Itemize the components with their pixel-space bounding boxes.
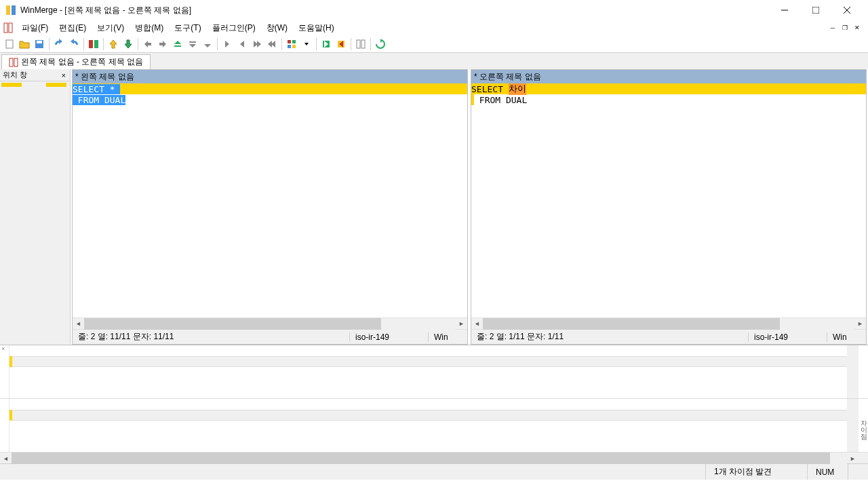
left-pane-title: * 왼쪽 제목 없음 xyxy=(75,71,134,83)
menu-window[interactable]: 창(W) xyxy=(261,21,293,35)
scroll-left-arrow-icon[interactable]: ◄ xyxy=(471,318,483,330)
svg-rect-21 xyxy=(357,40,360,48)
location-pane-close-button[interactable]: × xyxy=(60,71,67,79)
view-a-icon[interactable] xyxy=(354,37,368,51)
location-pane-header: 위치 창 × xyxy=(0,69,70,81)
svg-rect-11 xyxy=(89,40,93,48)
right-pane-editor[interactable]: SELECT 차이 FROM DUAL xyxy=(471,83,866,318)
new-file-icon[interactable] xyxy=(3,37,16,51)
menu-edit[interactable]: 편집(E) xyxy=(54,21,92,35)
bottom-diff-pane: × 차이점 ◄ ► xyxy=(0,345,868,463)
next-diff-icon[interactable] xyxy=(121,37,135,51)
mdi-minimize-button[interactable]: ─ xyxy=(827,23,838,33)
svg-rect-15 xyxy=(288,40,291,43)
main-area: 위치 창 × * 왼쪽 제목 없음 SELECT * FROM DUAL ◄ ►… xyxy=(0,69,868,345)
toolbar-separator xyxy=(370,38,371,50)
save-icon[interactable] xyxy=(33,37,46,51)
status-empty xyxy=(0,464,705,480)
bottom-pane-close-button[interactable]: × xyxy=(1,345,5,352)
left-encoding: iso-ir-149 xyxy=(349,332,417,342)
right-cursor-status: 줄: 2 열: 1/11 문자: 1/11 xyxy=(477,331,737,343)
left-horizontal-scrollbar[interactable]: ◄ ► xyxy=(73,318,467,329)
menubar: 파일(F) 편집(E) 보기(V) 병합(M) 도구(T) 플러그인(P) 창(… xyxy=(0,20,868,35)
undo-icon[interactable] xyxy=(52,37,66,51)
location-pane-body[interactable] xyxy=(0,81,70,345)
svg-rect-16 xyxy=(292,40,296,43)
scroll-left-arrow-icon[interactable]: ◄ xyxy=(0,453,12,464)
right-encoding: iso-ir-149 xyxy=(748,332,816,342)
right-horizontal-scrollbar[interactable]: ◄ ► xyxy=(471,318,866,329)
menu-view[interactable]: 보기(V) xyxy=(92,21,130,35)
status-pad xyxy=(848,464,868,480)
svg-rect-3 xyxy=(812,7,819,14)
titlebar: WinMerge - [왼쪽 제목 없음 - 오른쪽 제목 없음] xyxy=(0,0,868,20)
bottom-editor-bottom[interactable] xyxy=(9,399,847,452)
minimize-button[interactable] xyxy=(769,0,800,20)
up-diff-icon[interactable] xyxy=(171,37,184,51)
open-folder-icon[interactable] xyxy=(18,37,31,51)
document-tab[interactable]: 왼쪽 제목 없음 - 오른쪽 제목 없음 xyxy=(1,54,151,69)
last-diff-icon[interactable] xyxy=(156,37,170,51)
svg-rect-6 xyxy=(4,23,7,33)
svg-rect-13 xyxy=(174,45,181,47)
maximize-button[interactable] xyxy=(800,0,831,20)
prev-diff-icon[interactable] xyxy=(106,37,120,51)
filter-a-icon[interactable] xyxy=(319,37,333,51)
dropdown-icon[interactable] xyxy=(300,37,313,51)
bottom-vertical-scrollbar-bottom[interactable] xyxy=(847,399,859,452)
tab-label: 왼쪽 제목 없음 - 오른쪽 제목 없음 xyxy=(21,56,143,68)
color-options-icon[interactable] xyxy=(285,37,298,51)
bottom-gutter xyxy=(0,399,9,452)
scroll-right-arrow-icon[interactable]: ► xyxy=(847,453,859,464)
toolbar xyxy=(0,35,868,53)
toolbar-separator xyxy=(217,38,218,50)
compare-icon[interactable] xyxy=(87,37,100,51)
svg-rect-18 xyxy=(292,45,296,48)
copy-right-all-icon[interactable] xyxy=(250,37,264,51)
first-diff-icon[interactable] xyxy=(141,37,155,51)
svg-rect-8 xyxy=(6,40,13,48)
close-button[interactable] xyxy=(831,0,863,20)
scroll-right-arrow-icon[interactable]: ► xyxy=(854,318,866,330)
status-diff-count: 1개 차이점 발견 xyxy=(705,464,807,480)
right-pane-statusbar: 줄: 2 열: 1/11 문자: 1/11 iso-ir-149 Win xyxy=(471,329,866,344)
copy-right-icon[interactable] xyxy=(220,37,234,51)
left-pane-editor[interactable]: SELECT * FROM DUAL xyxy=(73,83,467,318)
tab-doc-icon xyxy=(9,58,18,67)
left-pane-statusbar: 줄: 2 열: 11/11 문자: 11/11 iso-ir-149 Win xyxy=(73,329,467,344)
tabbar: 왼쪽 제목 없음 - 오른쪽 제목 없음 xyxy=(0,53,868,69)
mdi-close-button[interactable]: ✕ xyxy=(852,23,863,33)
left-pane-header: * 왼쪽 제목 없음 xyxy=(73,70,467,83)
right-pane-title: * 오른쪽 제목 없음 xyxy=(474,71,541,83)
code-text: SELECT * xyxy=(73,84,120,94)
menu-plugins[interactable]: 플러그인(P) xyxy=(207,21,261,35)
code-text: FROM DUAL xyxy=(474,95,527,105)
status-num-lock: NUM xyxy=(807,464,848,480)
svg-rect-7 xyxy=(9,23,12,33)
menu-merge[interactable]: 병합(M) xyxy=(130,21,169,35)
menu-help[interactable]: 도움말(H) xyxy=(293,21,340,35)
toolbar-separator xyxy=(83,38,84,50)
diff-a-icon[interactable] xyxy=(201,37,214,51)
left-cursor-status: 줄: 2 열: 11/11 문자: 11/11 xyxy=(78,331,338,343)
filter-b-icon[interactable] xyxy=(334,37,348,51)
bottom-editor-top[interactable] xyxy=(9,345,847,398)
redo-icon[interactable] xyxy=(67,37,81,51)
copy-left-icon[interactable] xyxy=(235,37,249,51)
right-eol: Win xyxy=(827,332,861,342)
scroll-left-arrow-icon[interactable]: ◄ xyxy=(73,318,84,330)
bottom-vertical-scrollbar-top[interactable] xyxy=(847,345,859,398)
diff-marker xyxy=(120,83,123,94)
diff-marker xyxy=(526,83,529,94)
copy-left-all-icon[interactable] xyxy=(265,37,279,51)
diff-panes: * 왼쪽 제목 없음 SELECT * FROM DUAL ◄ ► 줄: 2 열… xyxy=(71,69,868,345)
down-diff-icon[interactable] xyxy=(186,37,199,51)
refresh-icon[interactable] xyxy=(374,37,387,51)
scroll-right-arrow-icon[interactable]: ► xyxy=(456,318,467,330)
mdi-restore-button[interactable]: ❐ xyxy=(840,23,850,33)
svg-rect-17 xyxy=(288,45,291,48)
menu-file[interactable]: 파일(F) xyxy=(16,21,54,35)
bottom-horizontal-scrollbar[interactable]: ◄ ► xyxy=(0,452,868,463)
menu-tools[interactable]: 도구(T) xyxy=(169,21,206,35)
svg-rect-24 xyxy=(14,58,18,66)
